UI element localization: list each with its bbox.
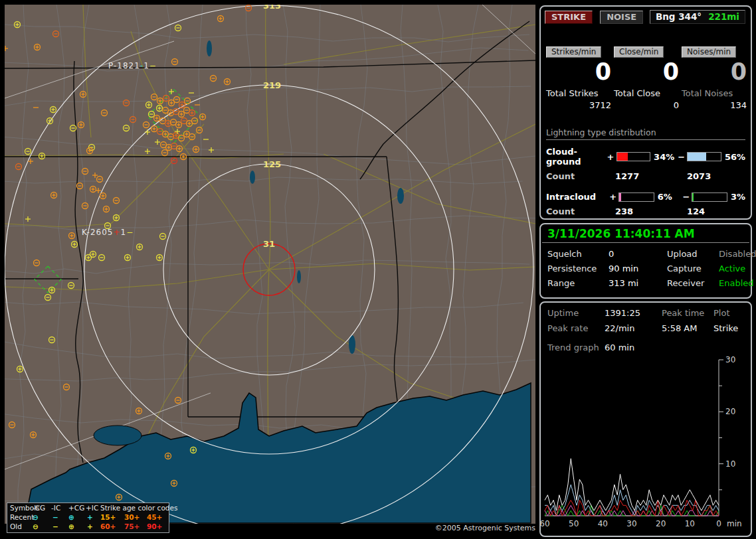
upload-label: Upload: [667, 249, 719, 259]
ring-label-125: 125: [263, 159, 281, 169]
trend-graph-label: Trend graph: [547, 343, 605, 352]
ic-minus-count: 124: [687, 206, 705, 216]
cg-count-label: Count: [546, 171, 615, 181]
ic-count-label: Count: [546, 206, 615, 216]
persistence-value: 90 min: [609, 264, 667, 273]
x-tick-label: 40: [598, 519, 608, 528]
persistence-label: Persistence: [547, 264, 609, 273]
strike-toggle-button[interactable]: STRIKE: [545, 11, 593, 24]
datetime-display: 3/11/2026 11:40:11 AM: [542, 224, 749, 243]
upload-value: Disabled: [719, 249, 756, 259]
strikes-per-min-value: 0: [546, 59, 611, 84]
legend-row-recent: Recent: [10, 513, 34, 522]
legend-glyph: −: [52, 513, 58, 522]
chart-axes: [545, 360, 719, 516]
cloud-ground-row: Cloud-ground + 34% − 56%: [546, 147, 745, 167]
cg-minus-pct: 56%: [725, 152, 745, 162]
cg-plus-count: 1277: [615, 171, 687, 181]
legend-glyph: +: [87, 522, 93, 531]
uptime-label: Uptime: [547, 308, 605, 318]
peak-time-label: Peak time: [662, 308, 713, 318]
plus-sign: +: [609, 192, 616, 202]
close-per-min-value: 0: [614, 59, 679, 84]
legend-age-45+: 45+: [147, 513, 162, 522]
total-close-value: 0: [614, 100, 679, 110]
station-label: P-1821-1−: [108, 61, 157, 70]
squelch-label: Squelch: [547, 249, 609, 259]
legend-glyph: ⊖: [33, 522, 39, 531]
distribution-title: Lightning type distribution: [546, 127, 745, 140]
legend-age-75+: 75+: [124, 522, 140, 531]
strike-stats-panel: STRIKE NOISE Bng 344°221mi Strikes/min 0…: [539, 5, 752, 220]
copyright-text: ©2005 Astrogenic Systems: [345, 524, 535, 532]
receiver-label: Receiver: [667, 278, 719, 288]
legend-glyph: ⊕: [68, 513, 74, 522]
noise-toggle-button[interactable]: NOISE: [600, 11, 643, 24]
trend-panel: Uptime 1391:25 Peak time Plot Peak rate …: [539, 301, 752, 537]
x-tick-label: 60: [541, 519, 550, 528]
bearing-readout: Bng 344°221mi: [650, 10, 745, 24]
map-canvas: P-1821-1−K-2605+1− 31321912531: [5, 5, 535, 524]
peak-rate-label: Peak rate: [547, 323, 605, 333]
total-strikes-label: Total Strikes: [546, 88, 611, 98]
bearing-range: 221mi: [708, 11, 739, 22]
trend-series-CG+: [545, 501, 719, 516]
peak-time-value: 5:58 AM: [662, 323, 713, 333]
strikes-column: Strikes/min 0 Total Strikes 3712: [546, 44, 611, 110]
close-column: Close/min 0 Total Close 0: [614, 44, 679, 110]
x-tick-label: 30: [626, 519, 636, 528]
noises-per-min-chip: Noises/min: [682, 46, 736, 58]
plus-sign: +: [607, 152, 614, 162]
total-noises-label: Total Noises: [682, 88, 747, 98]
ring-label-31: 31: [263, 239, 275, 249]
legend-col-+CG: +CG: [68, 504, 84, 512]
cg-plus-bar: [616, 152, 651, 161]
strikes-per-min-chip: Strikes/min: [546, 46, 601, 58]
x-tick-label: 0: [716, 519, 721, 528]
trend-window-value: 60 min: [605, 343, 634, 352]
total-close-label: Total Close: [614, 88, 679, 98]
legend-age-60+: 60+: [100, 522, 116, 531]
cg-minus-bar: [687, 152, 721, 161]
noises-per-min-value: 0: [682, 59, 747, 84]
legend-glyph: −: [52, 522, 58, 531]
range-label: Range: [547, 278, 609, 288]
trend-graph: 1020306050403020100min: [541, 354, 747, 534]
peak-rate-value: 22/min: [605, 323, 662, 333]
capture-value: Active: [719, 264, 756, 273]
bearing-label: Bng 344°: [656, 11, 702, 22]
receiver-value: Enabled: [719, 278, 756, 288]
receiver-status-panel: 3/11/2026 11:40:11 AM Squelch 0 Upload D…: [539, 223, 752, 299]
legend-col-+IC: +IC: [86, 504, 98, 512]
cg-plus-pct: 34%: [654, 152, 678, 162]
close-per-min-chip: Close/min: [614, 46, 664, 58]
cg-minus-count: 2073: [687, 171, 711, 181]
lightning-map[interactable]: P-1821-1−K-2605+1− 31321912531: [5, 5, 535, 524]
y-tick-label: 10: [725, 459, 735, 469]
minus-sign: −: [678, 152, 685, 162]
legend-glyph: ⊕: [68, 522, 74, 531]
x-axis-unit: min: [727, 519, 742, 528]
x-tick-label: 10: [685, 519, 695, 528]
plot-label: Plot: [713, 308, 745, 318]
map-legend: Symbols-CG-IC+CG+ICStrike age color code…: [7, 502, 169, 533]
ic-plus-pct: 6%: [658, 192, 683, 202]
y-tick-label: 20: [725, 407, 735, 416]
legend-row-old: Old: [10, 522, 22, 531]
capture-label: Capture: [667, 264, 719, 273]
total-noises-value: 134: [682, 100, 747, 110]
legend-glyph: ⊖: [33, 513, 39, 522]
range-value: 313 mi: [609, 278, 667, 288]
total-strikes-value: 3712: [546, 100, 611, 110]
legend-col--CG: -CG: [33, 504, 45, 512]
noises-column: Noises/min 0 Total Noises 134: [682, 44, 747, 110]
x-tick-label: 50: [569, 519, 579, 528]
intracloud-row: Intracloud + 6% − 3%: [546, 192, 745, 202]
legend-col--IC: -IC: [51, 504, 60, 512]
x-tick-label: 20: [656, 519, 666, 528]
ring-label-313: 313: [263, 5, 281, 11]
ic-plus-count: 238: [615, 206, 687, 216]
legend-age-title: Strike age color codes: [100, 504, 177, 512]
intracloud-label: Intracloud: [546, 192, 609, 202]
cloud-ground-label: Cloud-ground: [546, 147, 607, 167]
